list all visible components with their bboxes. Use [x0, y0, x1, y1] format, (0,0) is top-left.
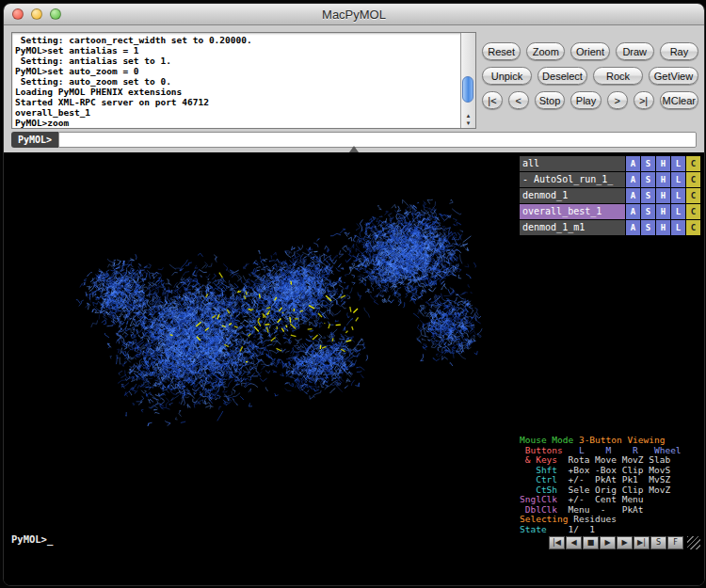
- movie-button-movie-back[interactable]: ◀: [566, 536, 582, 549]
- mouse-matrix-line[interactable]: State 1/ 1: [520, 525, 700, 535]
- object-name-all[interactable]: all: [520, 156, 625, 171]
- object-h-button[interactable]: H: [656, 188, 670, 203]
- object-l-button[interactable]: L: [671, 172, 685, 187]
- toolbar-button-go-end[interactable]: >|: [634, 91, 654, 109]
- movie-button-movie-last[interactable]: ▶|: [634, 536, 650, 549]
- object-l-button[interactable]: L: [671, 188, 685, 203]
- console-frame: Setting: cartoon_rect_width set to 0.200…: [11, 32, 476, 129]
- console-line: Setting: antialias set to 1.: [15, 56, 457, 66]
- console-line: Started XML-RPC server on port 46712: [15, 97, 457, 107]
- object-row: allASHLC: [520, 156, 700, 171]
- console-line: Setting: auto_zoom set to 0.: [15, 76, 457, 87]
- toolbar-button-step-back[interactable]: <: [508, 91, 529, 109]
- object-h-button[interactable]: H: [656, 172, 670, 187]
- console-line: Loading PyMOL PHENIX extensions: [15, 87, 457, 97]
- minimize-button[interactable]: [31, 8, 42, 20]
- object-c-button[interactable]: C: [686, 172, 700, 187]
- object-row: - AutoSol_run_1_ASHLC: [520, 172, 700, 187]
- molecular-viewport-canvas[interactable]: [11, 160, 520, 532]
- console-line: overall_best_1: [15, 107, 457, 118]
- object-name-autosol-run-1[interactable]: - AutoSol_run_1_: [520, 172, 625, 187]
- toolbar: ResetZoomOrientDrawRay UnpickDeselectRoc…: [482, 42, 698, 109]
- console-scrollbar[interactable]: ▲ ▼: [460, 33, 475, 128]
- window-title: MacPyMOL: [322, 8, 386, 22]
- object-l-button[interactable]: L: [671, 156, 685, 171]
- toolbar-button-go-start[interactable]: |<: [482, 91, 503, 109]
- object-a-button[interactable]: A: [626, 172, 640, 187]
- toolbar-button-deselect[interactable]: Deselect: [538, 67, 587, 85]
- object-l-button[interactable]: L: [671, 220, 685, 235]
- object-c-button[interactable]: C: [686, 156, 700, 171]
- command-prompt-label: PyMOL>: [11, 132, 58, 148]
- toolbar-button-zoom[interactable]: Zoom: [526, 42, 565, 60]
- toolbar-button-draw[interactable]: Draw: [616, 42, 654, 60]
- object-row: denmod_1ASHLC: [520, 188, 700, 203]
- command-input[interactable]: [58, 132, 697, 148]
- object-c-button[interactable]: C: [686, 204, 700, 219]
- toolbar-button-ray[interactable]: Ray: [660, 42, 698, 60]
- toolbar-button-mclear[interactable]: MClear: [660, 91, 698, 109]
- resize-grip-icon[interactable]: [687, 536, 700, 549]
- mouse-panel: Mouse Mode 3-Button Viewing Buttons L M …: [520, 436, 700, 534]
- movie-button-s[interactable]: S: [650, 536, 666, 549]
- close-button[interactable]: [12, 8, 24, 20]
- object-s-button[interactable]: S: [641, 220, 655, 235]
- toolbar-button-step-forward[interactable]: >: [607, 91, 628, 109]
- object-s-button[interactable]: S: [641, 204, 655, 219]
- object-s-button[interactable]: S: [641, 188, 655, 203]
- toolbar-button-unpick[interactable]: Unpick: [482, 67, 532, 85]
- splitter-handle-icon[interactable]: [349, 146, 359, 152]
- movie-control-bar: |◀◀■▶▶▶|SF: [549, 536, 700, 549]
- toolbar-row-2: UnpickDeselectRockGetView: [482, 67, 698, 85]
- console-line: PyMOL>zoom: [15, 118, 457, 128]
- movie-button-movie-play[interactable]: ▶: [600, 536, 616, 549]
- object-h-button[interactable]: H: [656, 220, 670, 235]
- movie-button-movie-stop[interactable]: ■: [583, 536, 599, 549]
- object-a-button[interactable]: A: [626, 204, 640, 219]
- right-panel: allASHLC- AutoSol_run_1_ASHLCdenmod_1ASH…: [520, 156, 700, 581]
- object-row: overall_best_1ASHLC: [520, 204, 700, 219]
- movie-button-movie-first[interactable]: |◀: [549, 536, 565, 549]
- movie-button-f[interactable]: F: [667, 536, 683, 549]
- object-a-button[interactable]: A: [626, 156, 640, 171]
- object-l-button[interactable]: L: [671, 204, 685, 219]
- scroll-up-icon[interactable]: ▲: [461, 112, 475, 119]
- upper-panel: Setting: cartoon_rect_width set to 0.200…: [4, 25, 704, 152]
- console-line: Setting: cartoon_rect_width set to 0.200…: [15, 35, 457, 45]
- object-list: allASHLC- AutoSol_run_1_ASHLCdenmod_1ASH…: [520, 156, 700, 235]
- toolbar-button-rock[interactable]: Rock: [593, 67, 643, 85]
- console-line: PyMOL>set antialias = 1: [15, 45, 457, 56]
- object-s-button[interactable]: S: [641, 156, 655, 171]
- titlebar[interactable]: MacPyMOL: [4, 4, 704, 25]
- object-h-button[interactable]: H: [656, 156, 670, 171]
- object-a-button[interactable]: A: [626, 220, 640, 235]
- viewport-area: PyMOL>_ allASHLC- AutoSol_run_1_ASHLCden…: [4, 152, 704, 585]
- toolbar-row-3: |<<StopPlay>>|MClear: [482, 91, 698, 109]
- object-s-button[interactable]: S: [641, 172, 655, 187]
- macpymol-window: MacPyMOL Setting: cartoon_rect_width set…: [3, 3, 705, 586]
- scroll-down-icon[interactable]: ▼: [461, 119, 475, 127]
- console-log: Setting: cartoon_rect_width set to 0.200…: [12, 33, 460, 128]
- toolbar-button-play[interactable]: Play: [570, 91, 601, 109]
- object-name-denmod-1[interactable]: denmod_1: [520, 188, 625, 203]
- toolbar-button-getview[interactable]: GetView: [649, 67, 698, 85]
- scrollbar-thumb[interactable]: [462, 76, 473, 103]
- object-row: denmod_1_m1ASHLC: [520, 220, 700, 235]
- traffic-lights: [12, 8, 61, 20]
- object-c-button[interactable]: C: [686, 220, 700, 235]
- console-line: PyMOL>set auto_zoom = 0: [15, 66, 457, 76]
- object-c-button[interactable]: C: [686, 188, 700, 203]
- toolbar-button-orient[interactable]: Orient: [570, 42, 609, 60]
- toolbar-button-stop[interactable]: Stop: [535, 91, 565, 109]
- object-name-overall-best-1[interactable]: overall_best_1: [520, 204, 625, 219]
- movie-controls: |◀◀■▶▶▶|SF: [549, 536, 683, 549]
- toolbar-row-1: ResetZoomOrientDrawRay: [482, 42, 698, 60]
- movie-button-movie-play[interactable]: ▶: [617, 536, 633, 549]
- object-name-denmod-1-m1[interactable]: denmod_1_m1: [520, 220, 625, 235]
- scrollbar-arrows: ▲ ▼: [461, 112, 475, 127]
- maximize-button[interactable]: [50, 8, 61, 20]
- viewport-prompt: PyMOL>_: [11, 533, 53, 545]
- toolbar-button-reset[interactable]: Reset: [482, 42, 521, 60]
- object-h-button[interactable]: H: [656, 204, 670, 219]
- object-a-button[interactable]: A: [626, 188, 640, 203]
